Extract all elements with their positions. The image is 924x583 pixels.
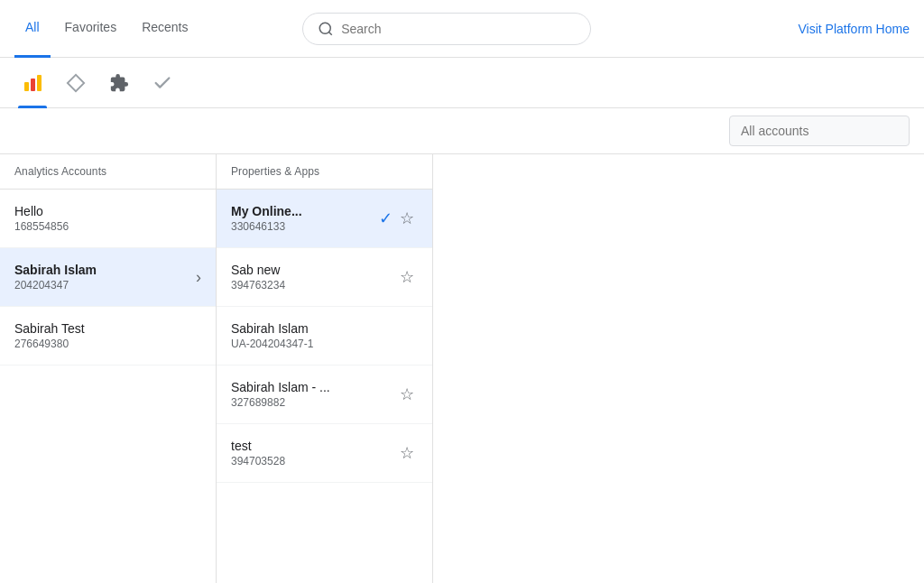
account-name-sabirah: Sabirah Islam xyxy=(14,263,97,277)
property-item-test[interactable]: test 394703528 ☆ xyxy=(217,424,432,483)
prop-id-sab-new: 394763234 xyxy=(231,279,285,292)
account-id-hello: 168554856 xyxy=(14,220,69,233)
prop-name-sabirah-dash: Sabirah Islam - ... xyxy=(231,380,330,394)
right-panel xyxy=(433,154,924,583)
prop-id-sabirah-ua: UA-204204347-1 xyxy=(231,338,313,350)
selected-check-icon: ✓ xyxy=(379,208,393,228)
accounts-col-header: Analytics Accounts xyxy=(0,154,216,190)
visit-platform-link[interactable]: Visit Platform Home xyxy=(799,22,910,36)
top-nav: All Favorites Recents Visit Platform Hom… xyxy=(0,0,924,58)
nav-tabs: All Favorites Recents xyxy=(14,0,199,58)
properties-column: Properties & Apps My Online... 330646133… xyxy=(217,154,433,583)
prop-id-test: 394703528 xyxy=(231,455,285,467)
analytics-product-icon[interactable] xyxy=(14,65,51,101)
diamond-tag-icon xyxy=(66,73,86,93)
tab-recents[interactable]: Recents xyxy=(131,0,199,58)
search-box xyxy=(302,13,591,45)
properties-col-header: Properties & Apps xyxy=(217,154,432,190)
svg-point-0 xyxy=(319,23,330,33)
account-id-sabirah: 204204347 xyxy=(14,279,97,292)
property-item-sabirah-ua[interactable]: Sabirah Islam UA-204204347-1 xyxy=(217,307,432,366)
star-button-my-online[interactable]: ☆ xyxy=(396,205,418,232)
prop-name-sab-new: Sab new xyxy=(231,263,285,277)
prop-id-sabirah-dash: 327689882 xyxy=(231,396,330,409)
svg-line-1 xyxy=(329,32,332,34)
star-button-sabirah-dash[interactable]: ☆ xyxy=(396,381,418,408)
search-input[interactable] xyxy=(341,22,576,36)
main-content: Analytics Accounts Hello 168554856 Sabir… xyxy=(0,154,924,583)
tab-all[interactable]: All xyxy=(14,0,51,58)
property-item-sabirah-dash[interactable]: Sabirah Islam - ... 327689882 ☆ xyxy=(217,366,432,424)
optimize-product-icon[interactable] xyxy=(101,65,137,101)
all-accounts-input[interactable] xyxy=(729,116,910,146)
chevron-right-icon: › xyxy=(196,268,201,287)
property-item-sab-new[interactable]: Sab new 394763234 ☆ xyxy=(217,248,432,307)
account-item-sabirah-islam[interactable]: Sabirah Islam 204204347 › xyxy=(0,248,216,307)
filter-bar xyxy=(0,108,924,154)
prop-name-my-online: My Online... xyxy=(231,204,302,218)
star-button-sab-new[interactable]: ☆ xyxy=(396,264,418,291)
survey-product-icon[interactable] xyxy=(144,65,180,101)
prop-name-test: test xyxy=(231,439,285,453)
account-item-hello[interactable]: Hello 168554856 xyxy=(0,190,216,248)
check-product-icon xyxy=(152,73,172,93)
puzzle-product-icon xyxy=(109,73,129,93)
tab-favorites[interactable]: Favorites xyxy=(54,0,128,58)
tag-manager-product-icon[interactable] xyxy=(58,65,94,101)
product-bar xyxy=(0,58,924,108)
accounts-column: Analytics Accounts Hello 168554856 Sabir… xyxy=(0,154,217,583)
star-button-test[interactable]: ☆ xyxy=(396,440,418,467)
prop-name-sabirah-ua: Sabirah Islam xyxy=(231,321,313,336)
property-item-my-online[interactable]: My Online... 330646133 ✓ ☆ xyxy=(217,190,432,248)
search-icon xyxy=(318,21,334,37)
account-item-sabirah-test[interactable]: Sabirah Test 276649380 xyxy=(0,307,216,366)
account-id-sabirah-test: 276649380 xyxy=(14,338,85,350)
analytics-bars-icon xyxy=(24,75,42,91)
account-name-sabirah-test: Sabirah Test xyxy=(14,321,85,336)
account-name-hello: Hello xyxy=(14,204,69,218)
prop-id-my-online: 330646133 xyxy=(231,220,302,233)
